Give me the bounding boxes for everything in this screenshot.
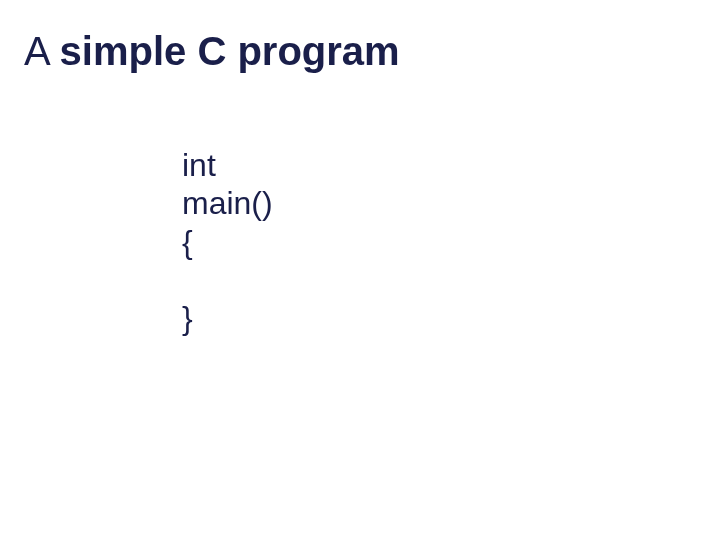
code-block: int main() { } [182, 146, 696, 338]
slide-title: A simple C program [24, 28, 696, 74]
code-line-4: } [182, 299, 696, 337]
code-line-2: main() [182, 184, 696, 222]
title-bold: simple C program [60, 29, 400, 73]
code-line-1: int [182, 146, 696, 184]
code-line-3: { [182, 223, 696, 261]
code-gap [182, 261, 696, 299]
slide: A simple C program int main() { } [0, 0, 720, 540]
title-prefix: A [24, 29, 60, 73]
